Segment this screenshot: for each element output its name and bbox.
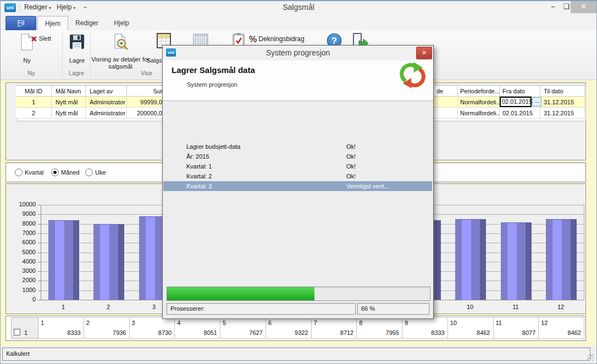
close-button[interactable]: ✕ [571,1,596,13]
y-axis-label: 10000 [10,201,36,208]
radio-måned[interactable]: Måned [51,168,80,176]
month-value-5[interactable]: 7627 [220,327,266,339]
y-axis-label: 1000 [10,287,36,293]
cell-name[interactable]: Nytt mål [52,108,86,119]
delete-button[interactable]: ✖ Slett [31,35,51,43]
step-status: Ok! [346,152,356,161]
month-value-6[interactable]: 9322 [266,327,312,339]
partial-column-header: de [436,86,443,97]
dialog-title-bar: uni System progresjon ✕ [163,46,433,61]
y-axis-tick [38,233,41,234]
radio-circle-icon [85,169,93,176]
month-value-9[interactable]: 8333 [402,327,448,339]
column-header-id: Mål ID [16,86,52,97]
date-editor[interactable]: 02.01.2015 [500,97,532,107]
y-axis-label: 7000 [10,229,36,236]
row-checkbox[interactable] [14,329,20,335]
cell-id[interactable]: 1 [16,97,52,108]
y-axis-label: 3000 [10,267,36,274]
dialog-subheading: System progresjon [187,81,237,88]
svg-text:?: ? [331,36,337,46]
progress-step: Kvartal: 1Ok! [163,161,432,171]
dialog-header: Lagrer Salgsmål data System progresjon [163,60,433,101]
cell-period[interactable]: Normalfordeli... [458,108,500,119]
cell-author[interactable]: Administrator [86,97,127,108]
radio-label: Kvartal [25,169,43,176]
step-status: Vennligst vent... [346,181,389,191]
group-label-lagre: Lagre [63,70,90,76]
y-axis-label: 8000 [10,220,36,227]
month-value-1[interactable]: 8333 [38,327,84,339]
percent-icon: % [249,35,257,44]
system-progress-dialog: uni System progresjon ✕ Lagrer Salgsmål … [162,45,434,319]
step-status: Ok! [346,142,356,152]
bar-month-1 [48,220,79,300]
month-value-8[interactable]: 7955 [357,327,402,339]
month-row-label[interactable]: 1 [11,327,38,339]
y-axis-tick [38,271,41,272]
step-status: Ok! [346,171,356,181]
x-axis-label: 1 [52,304,74,310]
tab-rediger[interactable]: Rediger [69,16,104,30]
bar-month-10 [455,219,486,300]
cell-id[interactable]: 2 [16,108,52,119]
column-header-period: Periodeforde... [458,86,500,97]
resize-grip-icon[interactable] [587,354,594,361]
delete-x-icon: ✖ [31,35,37,43]
step-label: Lagrer budsjett-data [186,142,240,152]
x-axis-label: 10 [459,304,481,310]
bar-month-11 [501,222,532,300]
y-axis-tick [38,290,41,291]
cell-period[interactable]: Normalfordeli... [458,97,500,108]
cell-from[interactable]: 02.01.2015 [500,108,540,119]
y-axis-label: 6000 [10,239,36,245]
y-axis-tick [38,253,41,253]
cell-name[interactable]: Nytt mål [52,97,86,108]
progress-step: Kvartal: 2Ok! [163,171,432,181]
tab-hjelp[interactable]: Hjelp [107,16,136,30]
month-value-12[interactable]: 8462 [539,327,584,339]
save-button[interactable]: Lagre [65,33,89,67]
progress-step: Kvartal: 3Vennligst vent... [163,181,432,191]
y-axis-tick [38,205,41,205]
dialog-close-button[interactable]: ✕ [416,47,432,59]
file-menu-button[interactable]: Fil [5,16,36,31]
progress-step: Lagrer budsjett-dataOk! [163,142,432,152]
progress-percent-label: 66 % [357,303,429,315]
radio-circle-icon [15,169,23,176]
month-value-7[interactable]: 8712 [312,327,357,339]
progress-step: År: 2015Ok! [163,152,432,161]
column-header-name: Mål Navn [52,86,86,97]
y-axis-tick [38,224,41,225]
y-axis-label: 0 [10,296,36,303]
radio-label: Uke [95,169,106,176]
month-header-10: 10 [448,317,494,328]
month-value-3[interactable]: 8730 [130,327,175,339]
month-value-10[interactable]: 8462 [448,327,494,339]
date-picker-button[interactable]: ... [532,97,541,107]
x-axis-label: 2 [97,304,119,310]
x-axis-label: 3 [143,304,165,310]
month-value-11[interactable]: 8077 [494,327,539,339]
bar-month-12 [546,219,577,300]
y-axis-tick [38,214,41,215]
cell-to[interactable]: 31.12.2015 [540,97,585,108]
month-value-4[interactable]: 8051 [175,327,220,339]
radio-kvartal[interactable]: Kvartal [15,168,43,176]
cell-to[interactable]: 31.12.2015 [540,108,585,119]
month-header-corner [11,317,38,328]
cell-author[interactable]: Administrator [86,108,127,119]
status-text: Kalkulert [2,348,590,361]
progress-bar-fill [167,287,314,300]
step-status: Ok! [346,161,356,171]
contribution-button[interactable]: % Dekningsbidrag [249,35,305,44]
detail-view-button[interactable]: Visning av detaljer for salgsmål [93,33,148,76]
window-title: Salgsmål [0,3,597,12]
x-axis-label: 11 [505,304,527,310]
tab-hjem[interactable]: Hjem [37,16,68,31]
month-value-2[interactable]: 7936 [84,327,130,339]
y-axis-label: 4000 [10,258,36,265]
radio-uke[interactable]: Uke [85,168,106,176]
title-bar: uni Rediger▾ Hjelp▾ ⌄ Salgsmål – ❑ ✕ [0,1,597,14]
magnifier-document-icon [112,33,129,51]
